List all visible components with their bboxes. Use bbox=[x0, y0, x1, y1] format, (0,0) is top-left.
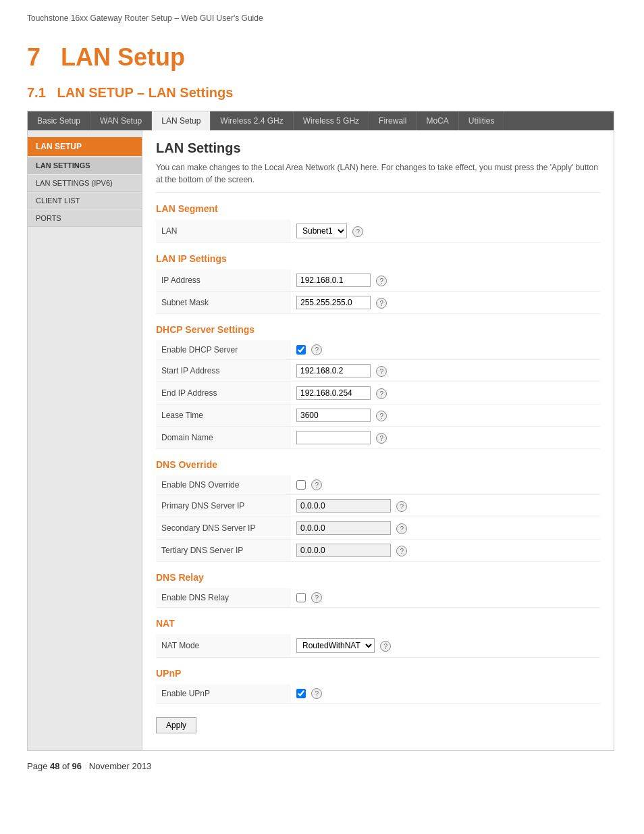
table-row: Tertiary DNS Server IP ? bbox=[156, 540, 600, 562]
help-icon-lan[interactable]: ? bbox=[352, 226, 363, 237]
field-label-lease-time: Lease Time bbox=[156, 405, 291, 427]
enable-dns-relay-checkbox[interactable] bbox=[296, 593, 306, 602]
table-row: Lease Time ? bbox=[156, 405, 600, 427]
nav-tab-wireless-24[interactable]: Wireless 2.4 GHz bbox=[211, 111, 293, 130]
table-row: NAT Mode RoutedWithNAT ? bbox=[156, 634, 600, 658]
enable-dhcp-checkbox[interactable] bbox=[296, 345, 306, 355]
field-label-enable-dhcp: Enable DHCP Server bbox=[156, 340, 291, 360]
nav-tab-wan-setup[interactable]: WAN Setup bbox=[90, 111, 152, 130]
sidebar-item-lan-settings-ipv6[interactable]: LAN SETTINGS (IPV6) bbox=[28, 175, 142, 192]
help-icon-subnet-mask[interactable]: ? bbox=[376, 298, 387, 309]
help-icon-domain-name[interactable]: ? bbox=[376, 433, 387, 444]
table-row: Secondary DNS Server IP ? bbox=[156, 517, 600, 540]
field-label-enable-dns-relay: Enable DNS Relay bbox=[156, 588, 291, 608]
help-icon-enable-dhcp[interactable]: ? bbox=[311, 344, 322, 355]
content-panel: LAN Settings You can make changes to the… bbox=[142, 130, 614, 750]
start-ip-input[interactable] bbox=[296, 364, 371, 377]
apply-button[interactable]: Apply bbox=[156, 717, 196, 733]
nav-tab-basic-setup[interactable]: Basic Setup bbox=[28, 111, 90, 130]
sidebar-item-client-list[interactable]: CLIENT LIST bbox=[28, 192, 142, 209]
table-row: Enable DNS Relay ? bbox=[156, 588, 600, 608]
field-value-nat-mode: RoutedWithNAT ? bbox=[291, 634, 600, 658]
field-value-lan: Subnet1 ? bbox=[291, 219, 600, 243]
ip-address-input[interactable] bbox=[296, 273, 371, 287]
lan-select[interactable]: Subnet1 bbox=[296, 224, 347, 238]
field-value-subnet-mask: ? bbox=[291, 292, 600, 314]
table-row: Enable UPnP ? bbox=[156, 684, 600, 704]
help-icon-enable-upnp[interactable]: ? bbox=[311, 688, 322, 699]
chapter-title: 7 LAN Setup bbox=[27, 43, 617, 72]
apply-button-container: Apply bbox=[156, 707, 600, 740]
help-icon-tertiary-dns[interactable]: ? bbox=[396, 546, 407, 556]
nav-tab-wireless-5[interactable]: Wireless 5 GHz bbox=[294, 111, 369, 130]
lan-segment-table: LAN Subnet1 ? bbox=[156, 219, 600, 243]
table-row: Enable DNS Override ? bbox=[156, 475, 600, 495]
secondary-dns-input[interactable] bbox=[296, 521, 391, 535]
nav-tab-moca[interactable]: MoCA bbox=[417, 111, 458, 130]
table-row: Domain Name ? bbox=[156, 427, 600, 449]
field-label-domain-name: Domain Name bbox=[156, 427, 291, 449]
chapter-number: 7 bbox=[27, 43, 41, 71]
subsection-lan-ip-settings: LAN IP Settings bbox=[156, 253, 600, 264]
end-ip-input[interactable] bbox=[296, 386, 371, 400]
help-icon-start-ip[interactable]: ? bbox=[376, 366, 387, 377]
help-icon-end-ip[interactable]: ? bbox=[376, 388, 387, 399]
main-area: LAN SETUP LAN SETTINGS LAN SETTINGS (IPV… bbox=[28, 130, 614, 750]
field-value-start-ip: ? bbox=[291, 360, 600, 382]
nat-mode-select[interactable]: RoutedWithNAT bbox=[296, 638, 375, 653]
subsection-nat: NAT bbox=[156, 618, 600, 629]
nat-table: NAT Mode RoutedWithNAT ? bbox=[156, 634, 600, 658]
doc-header: Touchstone 16xx Gateway Router Setup – W… bbox=[27, 14, 617, 23]
field-label-subnet-mask: Subnet Mask bbox=[156, 292, 291, 314]
help-icon-enable-dns-override[interactable]: ? bbox=[311, 479, 322, 490]
help-icon-secondary-dns[interactable]: ? bbox=[396, 523, 407, 534]
help-icon-primary-dns[interactable]: ? bbox=[396, 501, 407, 512]
top-nav: Basic Setup WAN Setup LAN Setup Wireless… bbox=[28, 111, 614, 130]
tertiary-dns-input[interactable] bbox=[296, 544, 391, 557]
subsection-dns-relay: DNS Relay bbox=[156, 572, 600, 583]
lease-time-input[interactable] bbox=[296, 409, 371, 422]
field-value-primary-dns: ? bbox=[291, 495, 600, 517]
help-icon-ip-address[interactable]: ? bbox=[376, 276, 387, 286]
field-value-enable-upnp: ? bbox=[291, 684, 600, 704]
doc-footer: Page 48 of 96 November 2013 bbox=[27, 761, 617, 771]
field-value-domain-name: ? bbox=[291, 427, 600, 449]
sidebar-item-lan-settings[interactable]: LAN SETTINGS bbox=[28, 157, 142, 174]
help-icon-enable-dns-relay[interactable]: ? bbox=[311, 592, 322, 603]
dhcp-server-table: Enable DHCP Server ? Start IP Address ? … bbox=[156, 340, 600, 449]
sidebar-section-lan-setup: LAN SETUP bbox=[28, 137, 142, 156]
subsection-dhcp-server: DHCP Server Settings bbox=[156, 324, 600, 335]
help-icon-lease-time[interactable]: ? bbox=[376, 411, 387, 421]
field-value-secondary-dns: ? bbox=[291, 517, 600, 540]
field-value-ip-address: ? bbox=[291, 269, 600, 292]
field-label-tertiary-dns: Tertiary DNS Server IP bbox=[156, 540, 291, 562]
nav-tab-firewall[interactable]: Firewall bbox=[369, 111, 417, 130]
help-icon-nat-mode[interactable]: ? bbox=[380, 641, 391, 652]
nav-tab-lan-setup[interactable]: LAN Setup bbox=[152, 111, 211, 130]
subnet-mask-input[interactable] bbox=[296, 296, 371, 309]
section-title-text: LAN SETUP – LAN Settings bbox=[57, 85, 233, 100]
content-title: LAN Settings bbox=[156, 140, 600, 156]
field-value-lease-time: ? bbox=[291, 405, 600, 427]
primary-dns-input[interactable] bbox=[296, 499, 391, 513]
field-label-enable-upnp: Enable UPnP bbox=[156, 684, 291, 704]
table-row: IP Address ? bbox=[156, 269, 600, 292]
table-row: Subnet Mask ? bbox=[156, 292, 600, 314]
footer-page: 48 bbox=[50, 761, 59, 771]
nav-tab-utilities[interactable]: Utilities bbox=[459, 111, 505, 130]
subsection-lan-segment: LAN Segment bbox=[156, 203, 600, 214]
sidebar-item-ports[interactable]: PORTS bbox=[28, 210, 142, 227]
upnp-table: Enable UPnP ? bbox=[156, 684, 600, 704]
field-label-start-ip: Start IP Address bbox=[156, 360, 291, 382]
field-label-ip-address: IP Address bbox=[156, 269, 291, 292]
field-value-tertiary-dns: ? bbox=[291, 540, 600, 562]
field-value-end-ip: ? bbox=[291, 382, 600, 405]
field-value-enable-dns-relay: ? bbox=[291, 588, 600, 608]
enable-dns-override-checkbox[interactable] bbox=[296, 480, 306, 490]
domain-name-input[interactable] bbox=[296, 431, 371, 444]
enable-upnp-checkbox[interactable] bbox=[296, 689, 306, 698]
content-description: You can make changes to the Local Area N… bbox=[156, 161, 600, 193]
field-label-secondary-dns: Secondary DNS Server IP bbox=[156, 517, 291, 540]
section-number: 7.1 bbox=[27, 85, 46, 100]
field-label-end-ip: End IP Address bbox=[156, 382, 291, 405]
